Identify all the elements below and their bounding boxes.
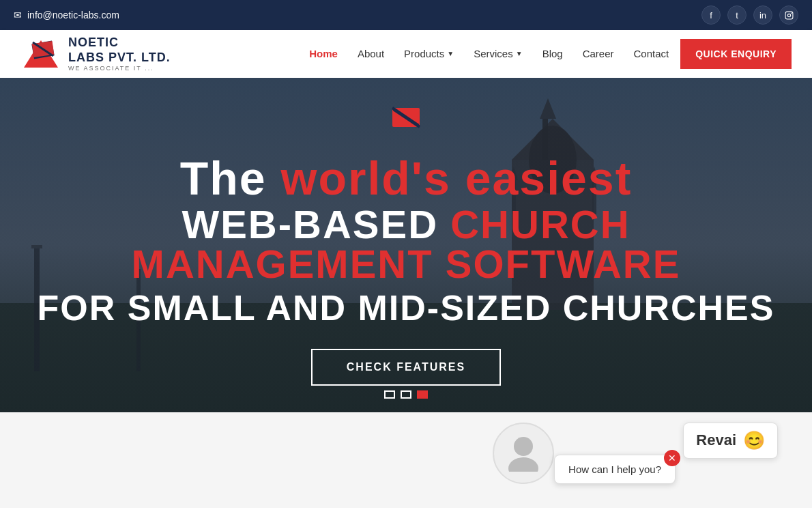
hero-title-line2: WEB-BASED CHURCH MANAGEMENT SOFTWARE (27, 205, 785, 284)
facebook-icon[interactable]: f (701, 5, 721, 25)
svg-point-26 (514, 437, 533, 456)
carousel-dots (384, 390, 428, 399)
twitter-icon[interactable]: t (727, 5, 746, 25)
brand-name-line1: NOETIC (68, 35, 171, 51)
svg-point-27 (508, 457, 538, 472)
nav-link-contact[interactable]: Contact (626, 42, 678, 65)
hero-section: The world's easiest WEB-BASED CHURCH MAN… (0, 78, 812, 412)
nav-link-products[interactable]: Products ▼ (396, 42, 462, 65)
nav-link-about[interactable]: About (349, 42, 392, 65)
svg-point-2 (790, 12, 792, 14)
linkedin-icon[interactable]: in (753, 5, 772, 25)
chat-bubble-container: ✕ How can I help you? (554, 448, 676, 484)
carousel-dot-3[interactable] (417, 390, 428, 399)
chat-avatar (493, 423, 554, 484)
revain-emoji-icon: 😊 (743, 430, 765, 451)
hero-title-line1: The world's easiest (27, 155, 785, 201)
nav-item-services[interactable]: Services ▼ (465, 42, 530, 65)
carousel-dot-1[interactable] (384, 390, 395, 399)
navbar: NOETIC LABS PVT. LTD. WE ASSOCIATE IT ..… (0, 30, 812, 78)
brand-name-line2: LABS PVT. LTD. (68, 51, 171, 66)
email-info: ✉ info@noetic-labs.com (14, 10, 119, 20)
services-dropdown-arrow: ▼ (516, 50, 523, 57)
instagram-icon[interactable] (779, 5, 798, 25)
hero-worlds-easiest: world's easiest (280, 152, 632, 204)
svg-point-1 (787, 14, 790, 16)
chat-close-button[interactable]: ✕ (664, 450, 680, 466)
logo-icon (20, 37, 61, 71)
hero-the: The (180, 152, 267, 204)
logo-text: NOETIC LABS PVT. LTD. WE ASSOCIATE IT ..… (68, 35, 171, 72)
nav-cta-item[interactable]: QUICK ENQUIRY (680, 39, 792, 69)
hero-logo-icon (27, 104, 785, 148)
nav-link-career[interactable]: Career (575, 42, 622, 65)
logo[interactable]: NOETIC LABS PVT. LTD. WE ASSOCIATE IT ..… (20, 35, 171, 72)
nav-links: Home About Products ▼ Services ▼ Blog Ca… (301, 39, 792, 69)
nav-item-contact[interactable]: Contact (626, 42, 678, 65)
nav-item-blog[interactable]: Blog (534, 42, 571, 65)
quick-enquiry-button[interactable]: QUICK ENQUIRY (680, 39, 792, 69)
revain-label: Revai (696, 431, 736, 449)
nav-item-products[interactable]: Products ▼ (396, 42, 462, 65)
chat-bubble: ✕ How can I help you? (554, 455, 676, 484)
hero-web-based: WEB-BASED (182, 202, 438, 246)
hero-content: The world's easiest WEB-BASED CHURCH MAN… (0, 104, 812, 386)
products-dropdown-arrow: ▼ (447, 50, 454, 57)
carousel-dot-2[interactable] (401, 390, 411, 399)
brand-tagline: WE ASSOCIATE IT ... (68, 65, 171, 72)
email-icon: ✉ (14, 10, 22, 20)
nav-item-about[interactable]: About (349, 42, 392, 65)
chat-message: How can I help you? (568, 463, 661, 475)
social-links: f t in (701, 5, 798, 25)
nav-item-home[interactable]: Home (301, 42, 346, 65)
nav-link-services[interactable]: Services ▼ (465, 42, 530, 65)
chat-widget: ✕ How can I help you? (493, 423, 676, 484)
nav-link-blog[interactable]: Blog (534, 42, 571, 65)
hero-title-line3: FOR SMALL AND MID-SIZED CHURCHES (27, 287, 785, 328)
nav-link-home[interactable]: Home (301, 42, 346, 65)
top-bar: ✉ info@noetic-labs.com f t in (0, 0, 812, 30)
email-address: info@noetic-labs.com (27, 10, 119, 20)
revain-widget[interactable]: Revai 😊 (683, 423, 778, 459)
check-features-button[interactable]: CHECK FEATURES (311, 349, 501, 386)
chat-area: ✕ How can I help you? Revai 😊 (0, 412, 812, 508)
nav-item-career[interactable]: Career (575, 42, 622, 65)
